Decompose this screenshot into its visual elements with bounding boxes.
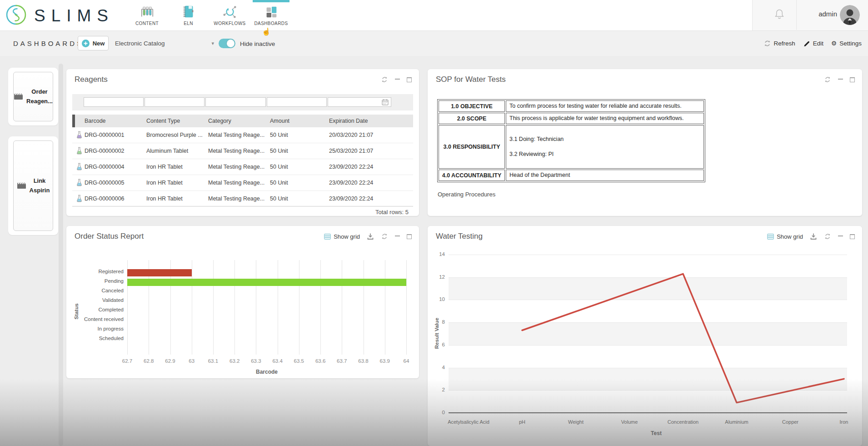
total-rows-label: Total rows: 5: [375, 209, 409, 215]
refresh-button[interactable]: Refresh: [763, 40, 795, 47]
table-row[interactable]: DRG-00000002Aluminum TabletMetal Testing…: [72, 143, 413, 159]
dashboard-select[interactable]: Electronic Catalog ▾: [115, 36, 214, 50]
avatar[interactable]: [840, 5, 860, 25]
hide-inactive-toggle[interactable]: [219, 39, 235, 48]
panel-controls: [381, 75, 412, 84]
sop-heading: 3.0 RESPONSIBILITY: [439, 125, 505, 169]
sop-heading: 4.0 ACCOUNTABILITY: [439, 170, 505, 181]
plus-circle-icon: [82, 40, 90, 47]
column-header[interactable]: Expiration Date: [329, 115, 368, 127]
table-row[interactable]: DRG-00000004Iron HR TabletMetal Testing …: [72, 159, 413, 175]
order-reagents-shortcut[interactable]: OrderReagen...: [13, 72, 53, 121]
cell-barcode: DRG-00000006: [85, 191, 125, 206]
gridline: [192, 260, 192, 355]
top-bar: SLIMS CONTENT: [0, 0, 868, 31]
table-row[interactable]: DRG-00000005Iron HR TabletMetal Testing …: [72, 175, 413, 191]
cell-barcode: DRG-00000005: [85, 175, 125, 190]
slims-logo-mark-icon: [5, 4, 27, 27]
sop-heading: 1.0 OBJECTIVE: [439, 100, 505, 112]
nav-item-eln[interactable]: ELN: [168, 0, 209, 30]
panel-refresh-icon[interactable]: [824, 76, 831, 83]
bar-pending[interactable]: [127, 279, 406, 286]
x-tick-label: 63.4: [268, 358, 288, 364]
y-category-label: Scheduled: [70, 336, 124, 341]
cell-expiration: 23/09/2020 22:24: [329, 175, 373, 190]
y-category-label: Pending: [70, 278, 124, 284]
edit-button[interactable]: Edit: [803, 40, 823, 47]
filter-barcode-input[interactable]: [84, 97, 144, 107]
refresh-icon: [763, 40, 771, 47]
cell-category: Metal Testing Reage...: [208, 159, 264, 175]
pencil-icon: [803, 40, 810, 47]
panel-title: Reagents: [75, 75, 108, 84]
filter-content-type-input[interactable]: [145, 97, 205, 107]
cell-category: Metal Testing Reage...: [208, 127, 264, 143]
gridline: [342, 260, 342, 355]
card-label: LinkAspirin: [30, 176, 50, 195]
cell-amount: 50 Unit: [270, 191, 288, 206]
cell-amount: 50 Unit: [270, 127, 288, 143]
test-tubes-icon: [140, 3, 155, 20]
sop-table-body: 1.0 OBJECTIVETo confirm process for test…: [439, 100, 704, 181]
sidebar-card-link-aspirin: LinkAspirin: [8, 136, 58, 235]
cell-category: Metal Testing Reage...: [208, 175, 264, 190]
header-accent: [72, 115, 75, 127]
new-dashboard-button[interactable]: New: [78, 36, 109, 50]
panel-refresh-icon[interactable]: [381, 76, 388, 83]
panel-maximize-icon[interactable]: [850, 77, 855, 82]
clapper-icon: [14, 92, 23, 102]
cell-category: Metal Testing Reage...: [208, 143, 264, 159]
nav-item-content[interactable]: CONTENT: [126, 0, 168, 30]
clapper-icon: [17, 181, 26, 191]
table-row[interactable]: DRG-00000006Iron HR TabletMetal Testing …: [72, 191, 413, 207]
edit-label: Edit: [813, 40, 823, 47]
x-tick-label: 63.7: [332, 358, 352, 364]
nav-item-dashboards[interactable]: DASHBOARDS: [250, 0, 292, 30]
chevron-down-icon: ▾: [211, 40, 214, 46]
flask-icon: [76, 163, 83, 170]
primary-nav: CONTENT ELN: [126, 0, 292, 30]
cell-amount: 50 Unit: [270, 175, 288, 190]
panel-minimize-icon[interactable]: [838, 79, 843, 81]
notifications-button[interactable]: [763, 0, 797, 30]
water-testing-panel: Water Testing Show grid 14121086420Acety…: [428, 226, 862, 446]
panel-minimize-icon[interactable]: [395, 79, 400, 81]
table-row[interactable]: DRG-00000001Bromocresol Purple ...Metal …: [72, 127, 413, 143]
order-status-panel: Order Status Report Show grid 62.762.862…: [66, 226, 419, 378]
dashboards-toolbar: DASHBOARDS New Electronic Catalog ▾ Hide…: [0, 31, 868, 56]
cell-content-type: Iron HR Tablet: [146, 159, 183, 175]
gridline: [299, 260, 299, 355]
link-aspirin-shortcut[interactable]: LinkAspirin: [13, 140, 53, 231]
filter-amount-input[interactable]: [267, 97, 327, 107]
column-header[interactable]: Category: [208, 115, 231, 127]
column-header[interactable]: Content Type: [146, 115, 180, 127]
operating-procedures-link[interactable]: Operating Procedures: [438, 191, 495, 198]
settings-button[interactable]: ⚙ Settings: [831, 40, 862, 47]
nav-item-workflows[interactable]: WORKFLOWS: [209, 0, 250, 30]
sidebar-scrollbar[interactable]: [59, 64, 63, 446]
slims-logo[interactable]: SLIMS: [5, 4, 114, 27]
cell-expiration: 20/03/2020 21:07: [329, 127, 373, 143]
x-tick-label: 62.8: [139, 358, 159, 364]
result-line: [428, 226, 862, 440]
gridline: [234, 260, 235, 355]
calendar-icon[interactable]: [382, 99, 389, 105]
cell-amount: 50 Unit: [270, 159, 288, 175]
sop-content: 3.1 Doing: Technician3.2 Reviewing: PI: [506, 125, 704, 169]
filter-category-input[interactable]: [205, 97, 266, 107]
card-label: OrderReagen...: [26, 87, 53, 105]
notebook-icon: [181, 3, 196, 20]
table-header-row: Barcode Content Type Category Amount Exp…: [72, 115, 413, 127]
flask-icon: [76, 131, 83, 139]
column-header[interactable]: Barcode: [85, 115, 106, 127]
column-header[interactable]: Amount: [270, 115, 289, 127]
hide-inactive-label: Hide inactive: [240, 40, 275, 47]
gridline: [385, 260, 385, 355]
toolbar-actions: Refresh Edit ⚙ Settings: [763, 31, 862, 56]
panel-maximize-icon[interactable]: [407, 77, 412, 82]
username[interactable]: admin: [818, 10, 837, 18]
bar-registered[interactable]: [127, 269, 192, 276]
gridline: [278, 260, 278, 355]
sop-content: To confirm process for testing water for…: [506, 100, 704, 112]
refresh-label: Refresh: [774, 40, 795, 47]
